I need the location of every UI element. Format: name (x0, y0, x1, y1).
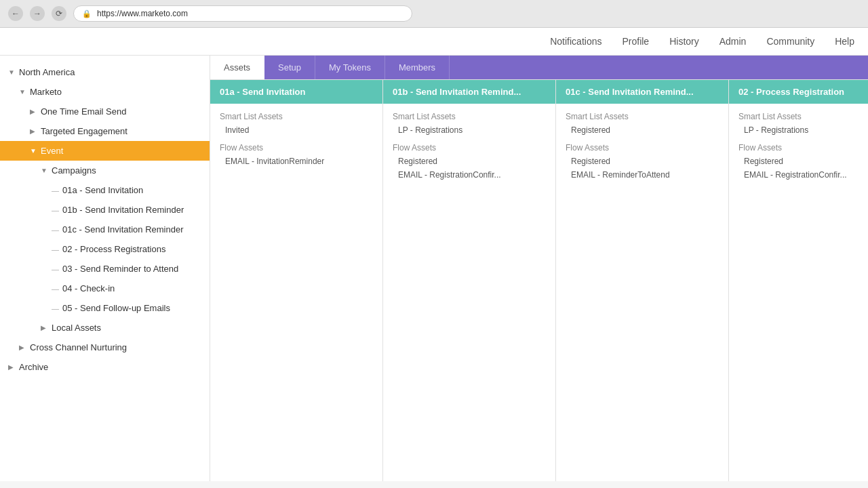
card-01b: 01b - Send Invitation Remind... Smart Li… (383, 80, 556, 481)
refresh-button[interactable]: ⟳ (52, 6, 66, 21)
list-item: LP - Registrations (393, 124, 546, 136)
nav-profile[interactable]: Profile (622, 36, 649, 47)
sidebar-label: Cross Channel Nurturing (30, 342, 127, 352)
sidebar-label: 04 - Check-in (62, 283, 115, 293)
expand-arrow (8, 68, 16, 76)
card-01b-body: Smart List Assets LP - Registrations Flo… (383, 104, 555, 189)
sidebar-item-local-assets[interactable]: Local Assets (0, 318, 210, 338)
tree-dash: — (52, 206, 60, 214)
forward-button[interactable]: → (30, 6, 45, 21)
tabs-bar: Assets Setup My Tokens Members (210, 56, 868, 79)
card-01c-header: 01c - Send Invitation Remind... (556, 80, 728, 104)
list-item: LP - Registrations (738, 124, 868, 136)
card-01c-flow-assets-label: Flow Assets (566, 143, 719, 152)
nav-notifications[interactable]: Notifications (550, 36, 601, 47)
sidebar-label: 01b - Send Invitation Reminder (62, 205, 184, 215)
expand-arrow (41, 324, 49, 331)
sidebar-label: 03 - Send Reminder to Attend (62, 264, 178, 274)
tab-my-tokens[interactable]: My Tokens (315, 56, 385, 79)
tree-dash: — (52, 265, 60, 273)
card-02: 02 - Process Registration Smart List Ass… (729, 80, 868, 481)
card-01b-smart-list-label: Smart List Assets (393, 112, 546, 121)
nav-history[interactable]: History (669, 36, 699, 47)
expand-arrow (19, 88, 27, 96)
main-layout: North America Marketo One Time Email Sen… (0, 56, 868, 481)
tree-dash: — (52, 245, 60, 253)
sidebar-item-05[interactable]: — 05 - Send Follow-up Emails (0, 298, 210, 318)
sidebar-item-02[interactable]: — 02 - Process Registrations (0, 239, 210, 259)
expand-arrow (30, 108, 38, 115)
list-item: EMAIL - InvitationReminder (220, 155, 373, 167)
card-01b-flow-assets-label: Flow Assets (393, 143, 546, 152)
sidebar-item-archive[interactable]: Archive (0, 357, 210, 377)
tree-dash: — (52, 186, 60, 195)
tab-setup[interactable]: Setup (264, 56, 315, 79)
sidebar-item-03[interactable]: — 03 - Send Reminder to Attend (0, 259, 210, 279)
tab-members[interactable]: Members (385, 56, 450, 79)
sidebar-label: Archive (19, 362, 48, 372)
sidebar: North America Marketo One Time Email Sen… (0, 56, 210, 481)
sidebar-label: 01a - Send Invitation (62, 185, 143, 195)
nav-admin[interactable]: Admin (719, 36, 747, 47)
sidebar-item-01b[interactable]: — 01b - Send Invitation Reminder (0, 200, 210, 220)
list-item: Registered (566, 124, 719, 136)
list-item: Registered (566, 155, 719, 167)
nav-help[interactable]: Help (835, 36, 854, 47)
cards-grid: 01a - Send Invitation Smart List Assets … (210, 79, 868, 481)
tab-assets[interactable]: Assets (210, 56, 264, 79)
card-01c: 01c - Send Invitation Remind... Smart Li… (556, 80, 729, 481)
list-item: Registered (738, 155, 868, 167)
expand-arrow (41, 167, 49, 174)
card-01b-header: 01b - Send Invitation Remind... (383, 80, 555, 104)
sidebar-item-campaigns[interactable]: Campaigns (0, 161, 210, 180)
sidebar-label: 02 - Process Registrations (62, 244, 165, 254)
sidebar-label: Marketo (30, 87, 62, 97)
expand-arrow (19, 344, 27, 351)
browser-chrome: ← → ⟳ 🔒 https://www.marketo.com (0, 0, 868, 28)
back-button[interactable]: ← (8, 6, 23, 21)
list-item: Registered (393, 155, 546, 167)
sidebar-item-04[interactable]: — 04 - Check-in (0, 279, 210, 298)
card-01a: 01a - Send Invitation Smart List Assets … (210, 80, 383, 481)
card-01a-body: Smart List Assets Invited Flow Assets EM… (210, 104, 382, 176)
url-text: https://www.marketo.com (97, 9, 188, 18)
address-bar[interactable]: 🔒 https://www.marketo.com (73, 5, 412, 22)
tree-dash: — (52, 304, 60, 312)
sidebar-label: Event (41, 146, 63, 156)
sidebar-item-north-america[interactable]: North America (0, 62, 210, 82)
card-01a-header: 01a - Send Invitation (210, 80, 382, 104)
sidebar-label: 05 - Send Follow-up Emails (62, 303, 170, 313)
expand-arrow (30, 147, 38, 155)
sidebar-label: Targeted Engagement (41, 126, 127, 136)
sidebar-item-01c[interactable]: — 01c - Send Invitation Reminder (0, 220, 210, 239)
tree-dash: — (52, 285, 60, 293)
card-01c-smart-list-label: Smart List Assets (566, 112, 719, 121)
sidebar-label: Local Assets (52, 323, 101, 333)
sidebar-item-event[interactable]: Event (0, 141, 210, 161)
card-02-body: Smart List Assets LP - Registrations Flo… (729, 104, 868, 189)
sidebar-item-targeted-engagement[interactable]: Targeted Engagement (0, 121, 210, 141)
expand-arrow (30, 127, 38, 135)
sidebar-label: North America (19, 67, 75, 77)
expand-arrow (8, 363, 16, 371)
list-item: EMAIL - ReminderToAttend (566, 169, 719, 181)
list-item: EMAIL - RegistrationConfir... (738, 169, 868, 181)
sidebar-item-01a[interactable]: — 01a - Send Invitation (0, 180, 210, 200)
tree-dash: — (52, 226, 60, 234)
card-02-flow-assets-label: Flow Assets (738, 143, 868, 152)
card-01c-body: Smart List Assets Registered Flow Assets… (556, 104, 728, 189)
content-area: Assets Setup My Tokens Members 01a - Sen… (210, 56, 868, 481)
top-nav: Notifications Profile History Admin Comm… (0, 28, 868, 56)
card-02-header: 02 - Process Registration (729, 80, 868, 104)
sidebar-label: Campaigns (52, 165, 96, 176)
nav-community[interactable]: Community (766, 36, 814, 47)
sidebar-item-one-time-email-send[interactable]: One Time Email Send (0, 102, 210, 121)
sidebar-item-cross-channel[interactable]: Cross Channel Nurturing (0, 338, 210, 357)
sidebar-item-marketo[interactable]: Marketo (0, 82, 210, 102)
card-01a-smart-list-label: Smart List Assets (220, 112, 373, 121)
sidebar-label: One Time Email Send (41, 106, 126, 117)
card-01a-flow-assets-label: Flow Assets (220, 143, 373, 152)
lock-icon: 🔒 (82, 9, 92, 18)
list-item: EMAIL - RegistrationConfir... (393, 169, 546, 181)
list-item: Invited (220, 124, 373, 136)
